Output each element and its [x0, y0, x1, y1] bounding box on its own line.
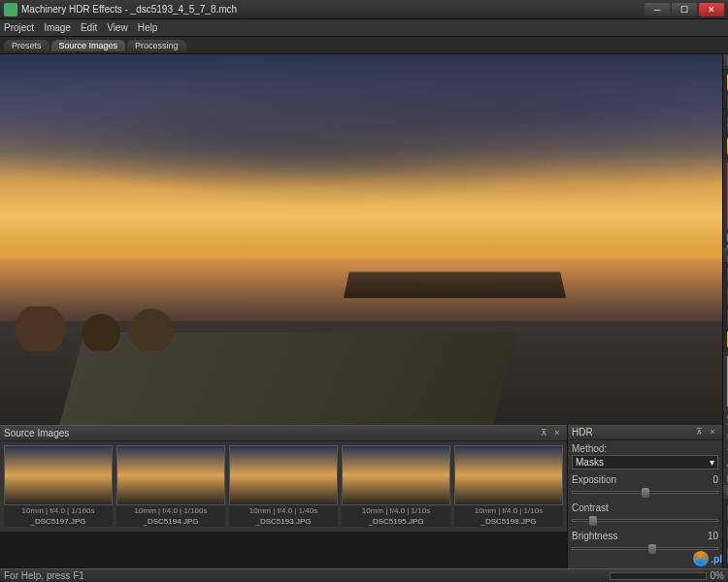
progress-bar: [610, 572, 707, 580]
right-sidebar: Navigator ⊼ × ⛶ 1:1 ✥ ⚙ White Balance ⊼ …: [722, 54, 728, 568]
contrast-slider[interactable]: [572, 514, 718, 526]
navigator-header: Navigator ⊼ ×: [723, 54, 728, 70]
tab-processing[interactable]: Processing: [127, 40, 186, 51]
exposition-value: 0: [712, 474, 718, 485]
panel-pin-icon[interactable]: ⊼: [693, 427, 705, 438]
contrast-label: Contrast: [572, 502, 609, 513]
brightness-slider[interactable]: [572, 542, 718, 554]
panel-close-icon[interactable]: ×: [551, 428, 563, 439]
hdr-title: HDR: [572, 427, 691, 437]
source-images-title: Source Images: [4, 428, 536, 438]
thumb-3[interactable]: 10mm | f/4.0 | 1/10s_DSC5195.JPG: [342, 445, 450, 527]
hdr-preview-image: [0, 54, 722, 425]
preview-canvas[interactable]: [0, 54, 722, 425]
histogram-header: Histogram ⊼ ×: [723, 485, 728, 501]
exposition-slider[interactable]: [572, 486, 718, 498]
hdr-method-label: Method:: [572, 443, 607, 454]
tab-source-images[interactable]: Source Images: [51, 40, 126, 51]
tab-bar: Presets Source Images Processing: [0, 37, 728, 54]
brightness-label: Brightness: [572, 531, 617, 541]
menu-help[interactable]: Help: [138, 22, 158, 33]
app-icon: [4, 3, 17, 16]
thumbnail-strip: 10mm | f/4.0 | 1/160s_DSC5197.JPG 10mm |…: [0, 441, 567, 531]
panel-pin-icon[interactable]: ⊼: [538, 428, 549, 439]
main-area: Source Images ⊼ × 10mm | f/4.0 | 1/160s_…: [0, 54, 728, 568]
menu-view[interactable]: View: [107, 22, 128, 33]
menu-image[interactable]: Image: [44, 22, 71, 33]
status-bar: For Help, press F1 0%: [0, 568, 728, 582]
left-column: Source Images ⊼ × 10mm | f/4.0 | 1/160s_…: [0, 54, 722, 568]
window-title: Machinery HDR Effects - _dsc5193_4_5_7_8…: [21, 4, 645, 15]
tab-presets[interactable]: Presets: [4, 40, 50, 51]
close-button[interactable]: ✕: [699, 3, 724, 16]
exposition-label: Exposition: [572, 474, 616, 485]
menu-bar: Project Image Edit View Help: [0, 19, 728, 37]
thumb-0[interactable]: 10mm | f/4.0 | 1/160s_DSC5197.JPG: [4, 445, 113, 527]
maximize-button[interactable]: ☐: [672, 3, 697, 16]
source-images-panel-header: Source Images ⊼ ×: [0, 426, 567, 441]
hdr-method-dropdown[interactable]: Masks▾: [572, 455, 718, 469]
hdr-panel-header: HDR ⊼ ×: [568, 425, 722, 440]
window-titlebar: Machinery HDR Effects - _dsc5193_4_5_7_8…: [0, 0, 728, 19]
chevron-down-icon: ▾: [710, 457, 714, 468]
status-help-text: For Help, press F1: [4, 570, 84, 581]
progress-text: 0%: [711, 570, 724, 581]
menu-edit[interactable]: Edit: [81, 22, 97, 33]
panel-close-icon[interactable]: ×: [707, 427, 718, 438]
brightness-value: 10: [708, 531, 718, 541]
thumb-1[interactable]: 10mm | f/4.0 | 1/160s_DSC5194.JPG: [116, 445, 225, 527]
white-balance-header: White Balance ⊼ ×: [723, 247, 728, 263]
thumb-4[interactable]: 10mm | f/4.0 | 1/10s_DSC5198.JPG: [454, 445, 563, 527]
thumb-2[interactable]: 10mm | f/4.0 | 1/40s_DSC5193.JPG: [229, 445, 338, 527]
menu-project[interactable]: Project: [4, 22, 34, 33]
minimize-button[interactable]: ─: [645, 3, 670, 16]
